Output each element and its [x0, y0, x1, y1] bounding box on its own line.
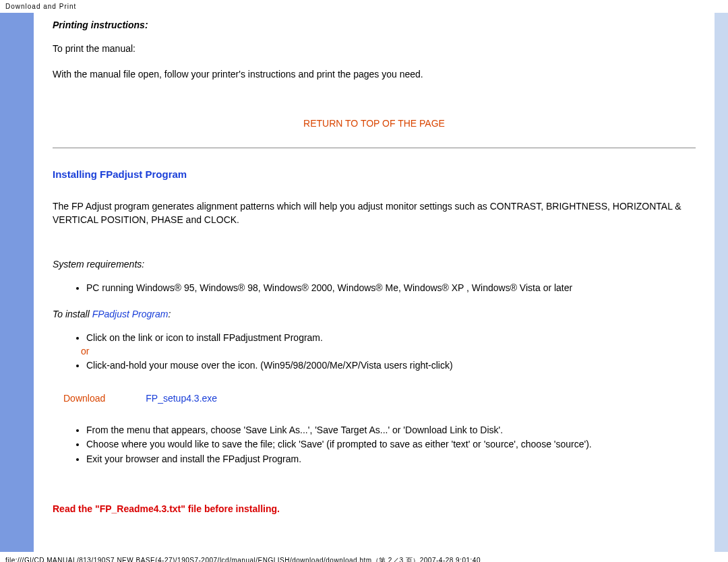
download-label: Download [63, 393, 105, 404]
download-row: Download FP_setup4.3.exe [63, 393, 696, 404]
install-title-post: : [168, 309, 171, 319]
sidebar-right [715, 13, 728, 552]
footer-file-path: file:///G|/CD MANUAL/813/190S7 NEW BASE(… [0, 552, 728, 562]
install-step-1: Click on the link or icon to install FPa… [86, 332, 323, 343]
page-header-label: Download and Print [0, 0, 728, 13]
printing-para-2: With the manual file open, follow your p… [53, 68, 696, 82]
section-divider [53, 148, 696, 148]
sysreq-list: PC running Windows® 95, Windows® 98, Win… [86, 282, 696, 295]
sidebar-left [0, 13, 34, 552]
fpadjust-program-link[interactable]: FPadjust Program [92, 309, 169, 319]
main-content: Printing instructions: To print the manu… [34, 13, 715, 552]
sysreq-title: System requirements: [53, 259, 696, 270]
printing-title: Printing instructions: [53, 20, 696, 30]
install-title-pre: To install [53, 309, 92, 319]
or-text: or [81, 346, 89, 356]
install-steps-list: Click on the link or icon to install FPa… [86, 332, 696, 373]
page-container: Printing instructions: To print the manu… [0, 13, 728, 552]
installing-desc: The FP Adjust program generates alignmen… [53, 200, 696, 226]
list-item: From the menu that appears, choose 'Save… [86, 424, 696, 437]
list-item: Exit your browser and install the FPadju… [86, 453, 696, 466]
installing-heading: Installing FPadjust Program [53, 168, 696, 180]
list-item: Click on the link or icon to install FPa… [86, 332, 696, 358]
install-title: To install FPadjust Program: [53, 309, 696, 319]
readme-warning: Read the "FP_Readme4.3.txt" file before … [53, 503, 696, 514]
list-item: Choose where you would like to save the … [86, 438, 696, 451]
menu-steps-list: From the menu that appears, choose 'Save… [86, 424, 696, 466]
printing-para-1: To print the manual: [53, 42, 696, 56]
download-file-link[interactable]: FP_setup4.3.exe [146, 393, 217, 404]
list-item: PC running Windows® 95, Windows® 98, Win… [86, 282, 696, 295]
return-to-top-link[interactable]: RETURN TO TOP OF THE PAGE [53, 118, 696, 129]
list-item: Click-and-hold your mouse over the icon.… [86, 359, 696, 373]
